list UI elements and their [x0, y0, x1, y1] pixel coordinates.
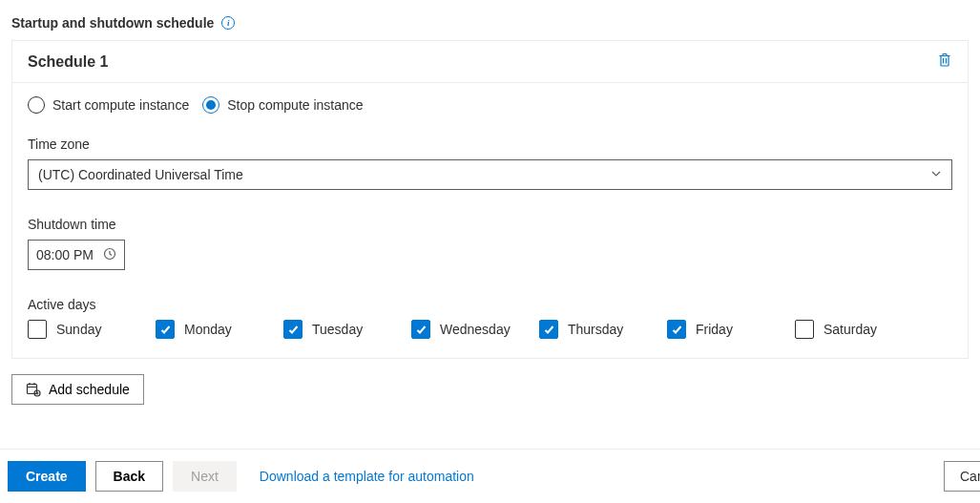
- active-days-row: SundayMondayTuesdayWednesdayThursdayFrid…: [28, 320, 952, 339]
- checkbox-checked-icon: [411, 320, 430, 339]
- radio-label: Start compute instance: [52, 97, 189, 113]
- schedule-card-body: Start compute instance Stop compute inst…: [12, 83, 968, 358]
- checkbox-checked-icon: [156, 320, 175, 339]
- radio-label: Stop compute instance: [227, 97, 363, 113]
- footer-right: Cancel: [944, 461, 980, 492]
- radio-group-action: Start compute instance Stop compute inst…: [28, 96, 952, 114]
- day-checkbox-wednesday[interactable]: Wednesday: [411, 320, 516, 339]
- trash-icon[interactable]: [937, 52, 952, 71]
- timezone-select[interactable]: (UTC) Coordinated Universal Time: [28, 159, 952, 190]
- calendar-add-icon: [26, 382, 41, 397]
- info-icon[interactable]: i: [221, 16, 235, 30]
- schedule-card: Schedule 1 Start compute instance Stop c…: [11, 40, 969, 359]
- timezone-value: (UTC) Coordinated Universal Time: [38, 167, 243, 182]
- checkbox-unchecked-icon: [795, 320, 814, 339]
- radio-dot-icon: [206, 100, 216, 110]
- timezone-label: Time zone: [28, 136, 952, 152]
- day-label: Friday: [696, 322, 733, 337]
- shutdown-time-input[interactable]: 08:00 PM: [28, 240, 125, 270]
- day-label: Wednesday: [440, 322, 511, 337]
- section-header: Startup and shutdown schedule i: [0, 0, 980, 40]
- svg-rect-1: [28, 385, 37, 394]
- day-label: Thursday: [568, 322, 623, 337]
- download-template-link[interactable]: Download a template for automation: [260, 469, 474, 484]
- clock-icon: [103, 247, 116, 263]
- day-label: Sunday: [56, 322, 101, 337]
- radio-start-compute[interactable]: Start compute instance: [28, 96, 189, 114]
- day-checkbox-tuesday[interactable]: Tuesday: [283, 320, 388, 339]
- radio-stop-compute[interactable]: Stop compute instance: [202, 96, 363, 114]
- cancel-button[interactable]: Cancel: [944, 461, 980, 492]
- checkbox-checked-icon: [667, 320, 686, 339]
- radio-circle-checked-icon: [202, 96, 219, 114]
- add-schedule-button[interactable]: Add schedule: [11, 374, 144, 405]
- checkbox-checked-icon: [283, 320, 302, 339]
- day-label: Monday: [184, 322, 232, 337]
- day-checkbox-sunday[interactable]: Sunday: [28, 320, 133, 339]
- chevron-down-icon: [930, 167, 942, 182]
- back-button[interactable]: Back: [95, 461, 163, 492]
- checkbox-unchecked-icon: [28, 320, 47, 339]
- day-checkbox-monday[interactable]: Monday: [156, 320, 261, 339]
- active-days-label: Active days: [28, 297, 952, 312]
- next-button: Next: [173, 461, 237, 492]
- shutdown-time-value: 08:00 PM: [36, 247, 94, 262]
- footer-bar: Create Back Next Download a template for…: [0, 449, 980, 503]
- shutdown-time-label: Shutdown time: [28, 217, 952, 232]
- day-checkbox-thursday[interactable]: Thursday: [539, 320, 644, 339]
- section-title: Startup and shutdown schedule: [11, 15, 214, 31]
- day-checkbox-saturday[interactable]: Saturday: [795, 320, 900, 339]
- schedule-card-header: Schedule 1: [12, 41, 968, 83]
- day-checkbox-friday[interactable]: Friday: [667, 320, 772, 339]
- day-label: Tuesday: [312, 322, 363, 337]
- radio-circle-icon: [28, 96, 45, 114]
- day-label: Saturday: [824, 322, 877, 337]
- create-button[interactable]: Create: [8, 461, 86, 492]
- schedule-title: Schedule 1: [28, 53, 108, 71]
- checkbox-checked-icon: [539, 320, 558, 339]
- add-schedule-label: Add schedule: [49, 382, 130, 397]
